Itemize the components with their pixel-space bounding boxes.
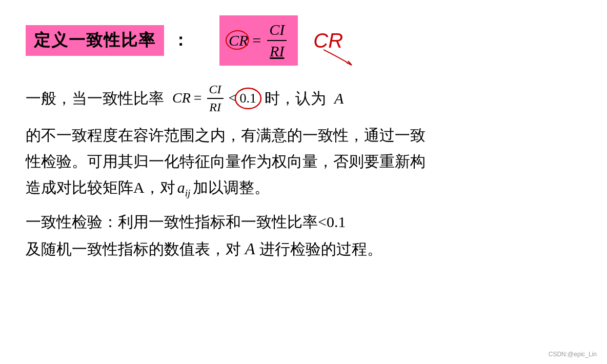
line1-threshold-circled: 0.1 xyxy=(239,88,256,109)
line1-eq: = xyxy=(194,87,202,110)
title-ri: RI xyxy=(268,41,286,60)
line1-fraction: CI RI xyxy=(207,82,224,115)
title-fraction: CI RI xyxy=(267,21,287,60)
line1-prefix: 一般，当一致性比率 xyxy=(26,86,164,111)
para3-prefix: 造成对比较矩阵A，对 xyxy=(26,174,175,200)
para3-suffix: 加以调整。 xyxy=(193,174,270,200)
title-formula-box: CR = CI RI xyxy=(219,15,298,66)
para-block: 的不一致程度在容许范围之内，有满意的一致性，通过一致 性检验。可用其归一化特征向… xyxy=(26,122,581,201)
title-colon: ： xyxy=(172,29,189,52)
title-label-box: 定义一致性比率 ： xyxy=(26,25,189,56)
page-container: 定义一致性比率 ： CR = CI RI CR xyxy=(0,0,607,364)
formula-cr-circled: CR xyxy=(229,32,248,49)
line1-cr: CR xyxy=(172,87,191,110)
consistency-block: 一致性检验：利用一致性指标和一致性比率<0.1 及随机一致性指标的数值表，对 A… xyxy=(26,209,581,262)
title-section: 定义一致性比率 ： CR = CI RI CR xyxy=(26,15,581,66)
line1-threshold: 0.1 xyxy=(239,88,256,109)
line1-ci: CI xyxy=(207,82,224,99)
para1: 的不一致程度在容许范围之内，有满意的一致性，通过一致 xyxy=(26,122,581,148)
title-equals: = xyxy=(252,32,261,49)
para3-aij: aij xyxy=(177,174,191,201)
line1-A: A xyxy=(334,86,343,111)
title-ci: CI xyxy=(267,21,287,41)
watermark: CSDN:@epic_Lin xyxy=(549,351,597,358)
line1-ri: RI xyxy=(207,99,223,115)
title-highlight-box: 定义一致性比率 xyxy=(26,25,164,56)
consistency-line2: 及随机一致性指标的数值表，对 A 进行检验的过程。 xyxy=(26,235,382,262)
svg-point-0 xyxy=(226,30,250,50)
consistency-line2-A: A xyxy=(245,235,255,262)
line1-suffix1: 时，认为 xyxy=(265,86,326,111)
annotation-area: CR xyxy=(313,29,343,52)
title-text: 定义一致性比率 xyxy=(34,29,156,52)
consistency-line2-suffix: 进行检验的过程。 xyxy=(259,236,382,262)
consistency-line1: 一致性检验：利用一致性指标和一致性比率<0.1 xyxy=(26,209,581,235)
line1-formula: CR = CI RI < 0.1 xyxy=(172,82,256,115)
para2: 性检验。可用其归一化特征向量作为权向量，否则要重新构 xyxy=(26,148,581,174)
consistency-line2-prefix: 及随机一致性指标的数值表，对 xyxy=(26,236,241,262)
line1: 一般，当一致性比率 CR = CI RI < 0.1 时，认为 A xyxy=(26,82,581,115)
para3-line: 造成对比较矩阵A，对 aij 加以调整。 xyxy=(26,174,270,201)
